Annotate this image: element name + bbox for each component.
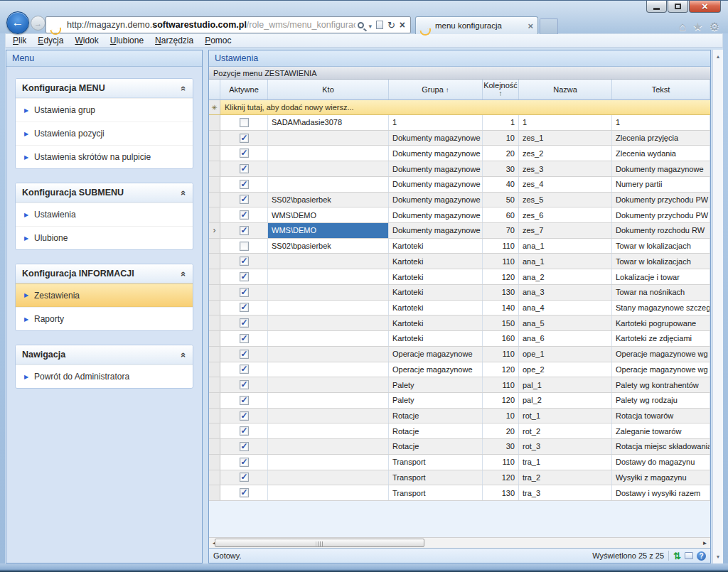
- cell-nazwa[interactable]: zes_5: [519, 193, 612, 207]
- nav-group-header[interactable]: Konfiguracja MENU: [16, 79, 193, 98]
- cell-kolejnosc[interactable]: 30: [483, 161, 519, 176]
- cell-kto[interactable]: [268, 393, 389, 408]
- cell-aktywne[interactable]: [220, 146, 268, 161]
- active-checkbox[interactable]: [240, 318, 249, 328]
- cell-nazwa[interactable]: ana_2: [519, 269, 612, 284]
- maximize-button[interactable]: [668, 1, 688, 13]
- cell-grupa[interactable]: Dokumenty magazynowe: [389, 207, 483, 222]
- menu-widok[interactable]: Widok: [69, 35, 104, 46]
- cell-aktywne[interactable]: [220, 393, 268, 408]
- cell-grupa[interactable]: Kartoteki: [389, 331, 483, 346]
- help-icon[interactable]: [697, 551, 706, 561]
- cell-kto[interactable]: SS02\bpasierbek: [268, 193, 389, 207]
- form-view-icon[interactable]: [685, 552, 693, 559]
- cell-kolejnosc[interactable]: 20: [483, 146, 519, 161]
- browser-tab[interactable]: menu konfiguracja: [415, 16, 538, 34]
- active-checkbox[interactable]: [240, 303, 249, 312]
- active-checkbox[interactable]: [240, 149, 249, 158]
- active-checkbox[interactable]: [240, 164, 249, 173]
- cell-tekst[interactable]: Palety wg rodzaju: [612, 393, 710, 408]
- cell-kolejnosc[interactable]: 140: [483, 301, 519, 315]
- collapse-icon[interactable]: [178, 352, 189, 357]
- cell-grupa[interactable]: Dokumenty magazynowe: [389, 223, 483, 238]
- cell-nazwa[interactable]: tra_3: [519, 485, 612, 500]
- table-row[interactable]: Rotacje 30 rot_3 Rotacja miejsc składowa…: [209, 439, 710, 455]
- cell-grupa[interactable]: Transport: [389, 455, 483, 470]
- new-row-text[interactable]: Kliknij tutaj, aby dodać nowy wiersz...: [220, 100, 710, 114]
- sidebar-item-zestawienia[interactable]: Zestawienia: [16, 284, 193, 307]
- cell-kolejnosc[interactable]: 20: [483, 423, 519, 438]
- cell-tekst[interactable]: 1: [612, 115, 710, 130]
- cell-tekst[interactable]: Numery partii: [612, 177, 710, 192]
- active-checkbox[interactable]: [240, 411, 249, 421]
- cell-kto[interactable]: WMS\DEMO: [268, 223, 389, 238]
- scroll-down-icon[interactable]: [713, 551, 723, 562]
- active-checkbox[interactable]: [240, 288, 249, 297]
- cell-tekst[interactable]: Dokumenty przychodu PW: [612, 207, 710, 222]
- active-checkbox[interactable]: [240, 334, 249, 343]
- cell-kto[interactable]: [268, 301, 389, 315]
- cell-grupa[interactable]: Rotacje: [389, 439, 483, 454]
- address-bar[interactable]: http://magazyn.demo.softwarestudio.com.p…: [46, 16, 411, 33]
- cell-kto[interactable]: [268, 146, 389, 161]
- cell-tekst[interactable]: Towar w lokalizacjach: [612, 239, 710, 254]
- table-row[interactable]: Kartoteki 160 ana_6 Kartoteki ze zdjęcia…: [209, 331, 710, 347]
- table-row[interactable]: Transport 110 tra_1 Dostawy do magazynu: [209, 455, 710, 470]
- cell-nazwa[interactable]: zes_4: [519, 177, 612, 192]
- cell-tekst[interactable]: Kartoteki pogrupowane: [612, 315, 710, 330]
- stop-icon[interactable]: [400, 18, 405, 31]
- cell-kto[interactable]: [268, 285, 389, 300]
- cell-tekst[interactable]: Palety wg kontrahentów: [612, 377, 710, 392]
- table-row[interactable]: Kartoteki 150 ana_5 Kartoteki pogrupowan…: [209, 315, 710, 331]
- sidebar-item-ustawienia-grup[interactable]: Ustawienia grup: [16, 98, 193, 122]
- cell-aktywne[interactable]: [220, 347, 268, 362]
- active-checkbox[interactable]: [240, 442, 249, 451]
- table-row[interactable]: Rotacje 20 rot_2 Zaleganie towarów: [209, 423, 710, 439]
- cell-kto[interactable]: [268, 269, 389, 284]
- cell-kto[interactable]: [268, 423, 389, 438]
- grid-new-row[interactable]: ✳ Kliknij tutaj, aby dodać nowy wiersz..…: [209, 100, 710, 115]
- active-checkbox[interactable]: [240, 118, 249, 127]
- cell-nazwa[interactable]: ope_1: [519, 347, 612, 362]
- cell-kolejnosc[interactable]: 130: [483, 285, 519, 300]
- active-checkbox[interactable]: [240, 365, 249, 374]
- table-row[interactable]: Dokumenty magazynowe 20 zes_2 Zlecenia w…: [209, 146, 710, 161]
- cell-grupa[interactable]: Rotacje: [389, 409, 483, 423]
- url-text[interactable]: http://magazyn.demo.softwarestudio.com.p…: [67, 20, 355, 30]
- cell-kolejnosc[interactable]: 150: [483, 315, 519, 330]
- active-checkbox[interactable]: [240, 180, 249, 189]
- cell-grupa[interactable]: Transport: [389, 485, 483, 500]
- table-row[interactable]: WMS\DEMO Dokumenty magazynowe 60 zes_6 D…: [209, 207, 710, 223]
- cell-tekst[interactable]: Wysyłki z magazynu: [612, 470, 710, 485]
- table-row[interactable]: Dokumenty magazynowe 40 zes_4 Numery par…: [209, 177, 710, 193]
- active-checkbox[interactable]: [240, 426, 249, 436]
- cell-aktywne[interactable]: [220, 362, 268, 377]
- cell-nazwa[interactable]: ana_4: [519, 301, 612, 315]
- search-dropdown-icon[interactable]: [368, 18, 372, 31]
- table-row[interactable]: › WMS\DEMO Dokumenty magazynowe 70 zes_7…: [209, 223, 710, 239]
- active-checkbox[interactable]: [240, 272, 249, 281]
- cell-aktywne[interactable]: [220, 423, 268, 438]
- cell-aktywne[interactable]: [220, 439, 268, 454]
- gear-icon[interactable]: [710, 20, 719, 34]
- cell-grupa[interactable]: Transport: [389, 470, 483, 485]
- cell-kolejnosc[interactable]: 50: [483, 193, 519, 207]
- cell-tekst[interactable]: Kartoteki ze zdjęciami: [612, 331, 710, 346]
- cell-kolejnosc[interactable]: 10: [483, 131, 519, 146]
- cell-kolejnosc[interactable]: 110: [483, 239, 519, 254]
- cell-nazwa[interactable]: ana_6: [519, 331, 612, 346]
- sidebar-item-ulubione[interactable]: Ulubione: [16, 226, 193, 249]
- cell-nazwa[interactable]: ana_1: [519, 254, 612, 269]
- close-window-button[interactable]: [689, 1, 721, 13]
- table-row[interactable]: Palety 120 pal_2 Palety wg rodzaju: [209, 393, 710, 409]
- active-checkbox[interactable]: [240, 350, 249, 359]
- favorites-star-icon[interactable]: [692, 20, 702, 34]
- table-row[interactable]: Dokumenty magazynowe 10 zes_1 Zlecenia p…: [209, 131, 710, 146]
- forward-button[interactable]: [31, 16, 46, 31]
- cell-nazwa[interactable]: rot_1: [519, 409, 612, 423]
- cell-grupa[interactable]: 1: [389, 115, 483, 130]
- cell-grupa[interactable]: Kartoteki: [389, 239, 483, 254]
- new-tab-button[interactable]: [540, 18, 558, 34]
- cell-tekst[interactable]: Operacje magazynowe wg k: [612, 347, 710, 362]
- cell-aktywne[interactable]: [220, 409, 268, 423]
